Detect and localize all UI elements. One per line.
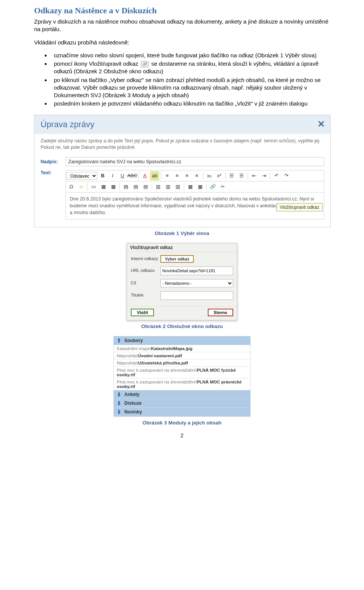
strike-icon[interactable]: ABC — [128, 171, 137, 180]
arrow-down-icon: ⬇ — [117, 400, 122, 406]
align-justify-icon[interactable]: ≡ — [192, 171, 201, 180]
link-icon[interactable]: 🔗 — [208, 182, 217, 191]
editor-toolbar-row2: Ω ☺ ▭ ▦ ▦ ▤ ▤ ▤ ▥ ▥ ▥ — [66, 181, 324, 192]
block-format-select[interactable]: Odstavec — [67, 172, 97, 180]
module-header-novinky[interactable]: ⬇ Novinky — [114, 408, 250, 416]
screenshot-link-dialog: Vložit/upravit odkaz Interní odkazy Vybe… — [127, 243, 237, 320]
row-after-icon[interactable]: ▤ — [131, 182, 140, 191]
figure-caption-2: Obrázek 2 Obslužné okno odkazu — [34, 323, 330, 329]
bullet-item: po kliknutí na tlačítko „Vyber odkaz" se… — [51, 76, 330, 99]
target-select[interactable]: - Nenastaveno - — [160, 279, 233, 287]
lead-paragraph: Vkládání odkazu probíhá následovně: — [34, 39, 330, 46]
emoji-icon[interactable]: ☺ — [77, 182, 86, 191]
label-target: Cíl — [131, 281, 160, 286]
align-right-icon[interactable]: ≡ — [182, 171, 191, 180]
bullet-item: označíme slovo nebo slovní spojení, kter… — [51, 52, 330, 59]
editor-toolbar: Odstavec B I U ABC A ab ≡ ≡ ≡ ≡ — [66, 170, 324, 181]
instruction-list: označíme slovo nebo slovní spojení, kter… — [34, 52, 330, 108]
file-row[interactable]: Plná moc k zastupování na shromáždění\PL… — [114, 379, 250, 390]
page-number: 2 — [34, 432, 330, 439]
bullet-item: posledním krokem je potvrzení vkládaného… — [51, 100, 330, 107]
bullet-item: pomocí ikony Vložit/upravit odkaz 🔗 se d… — [51, 60, 330, 76]
label-url: URL odkazu — [131, 268, 160, 273]
link-icon: 🔗 — [141, 61, 149, 68]
align-left-icon[interactable]: ≡ — [163, 171, 172, 180]
figure-caption-1: Obrázek 1 Výběr slova — [34, 230, 330, 236]
bold-icon[interactable]: B — [98, 171, 107, 180]
url-input[interactable] — [160, 267, 233, 275]
section-heading: Odkazy na Nástěnce a v Diskuzích — [34, 6, 330, 16]
label-text: Text: — [41, 170, 66, 175]
module-header-ankety[interactable]: ⬇ Ankety — [114, 390, 250, 399]
module-header-diskuze[interactable]: ⬇ Diskuze — [114, 399, 250, 408]
indent-icon[interactable]: ⇥ — [259, 171, 268, 180]
omega-icon[interactable]: Ω — [67, 182, 76, 191]
image-icon[interactable]: ▭ — [89, 182, 98, 191]
table-props-icon[interactable]: ▦ — [109, 182, 118, 191]
intro-paragraph: Zprávy v diskuzích a na nástěnce mohou o… — [34, 18, 330, 33]
dialog-description: Zadejte stručný název zprávy a do pole T… — [41, 138, 324, 151]
list-ul-icon[interactable]: ☰ — [227, 171, 236, 180]
module-header-soubory[interactable]: ⬆ Soubory — [114, 336, 250, 345]
titulek-input[interactable] — [160, 291, 233, 300]
subscript-icon[interactable]: x₂ — [205, 171, 214, 180]
underline-icon[interactable]: U — [118, 171, 127, 180]
undo-icon[interactable]: ↶ — [272, 171, 281, 180]
screenshot-edit-message: Úprava zprávy ✕ Zadejte stručný název zp… — [34, 115, 331, 227]
label-titulek: Titulek — [131, 293, 160, 298]
redo-icon[interactable]: ↷ — [282, 171, 291, 180]
dialog-title: Úprava zprávy — [41, 120, 94, 129]
arrow-down-icon: ⬇ — [117, 409, 122, 415]
file-row[interactable]: Nápověda\Úvodní nastavení.pdf — [114, 352, 250, 360]
col-delete-icon[interactable]: ▥ — [173, 182, 182, 191]
outdent-icon[interactable]: ⇤ — [249, 171, 259, 180]
label-internal-links: Interní odkazy — [131, 256, 160, 262]
list-ol-icon[interactable]: ☰ — [237, 171, 246, 180]
file-row[interactable]: Katastrální mapa\KatastralniMapa.jpg — [114, 345, 250, 352]
col-after-icon[interactable]: ▥ — [163, 182, 173, 191]
arrow-up-icon: ⬆ — [117, 338, 122, 344]
insert-button[interactable]: Vložit — [131, 309, 154, 316]
figure-caption-3: Obrázek 3 Moduly a jejich obsah — [34, 420, 330, 426]
split-cells-icon[interactable]: ▦ — [196, 182, 205, 191]
col-before-icon[interactable]: ▥ — [154, 182, 163, 191]
align-center-icon[interactable]: ≡ — [173, 171, 182, 180]
row-before-icon[interactable]: ▤ — [121, 182, 130, 191]
close-icon[interactable]: ✕ — [317, 119, 325, 129]
tooltip-link: Vložit/upravit odkaz — [276, 203, 323, 211]
nadpis-input[interactable] — [66, 157, 324, 166]
italic-icon[interactable]: I — [108, 171, 117, 180]
screenshot-module-list: ⬆ Soubory Katastrální mapa\KatastralniMa… — [113, 336, 251, 417]
file-row[interactable]: Nápověda\Uživatelská příručka.pdf — [114, 360, 250, 367]
dialog2-title: Vložit/upravit odkaz — [127, 243, 237, 252]
text-color-icon[interactable]: A — [140, 171, 149, 180]
bg-color-icon[interactable]: ab — [150, 171, 159, 180]
dialog-header: Úprava zprávy ✕ — [35, 115, 330, 134]
arrow-down-icon: ⬇ — [117, 391, 122, 398]
label-nadpis: Nadpis: — [41, 159, 66, 164]
superscript-icon[interactable]: x² — [215, 171, 224, 180]
select-link-button[interactable]: Vyber odkaz — [160, 255, 194, 263]
table-icon[interactable]: ▦ — [99, 182, 108, 191]
cancel-button[interactable]: Storno — [208, 309, 233, 316]
merge-cells-icon[interactable]: ▦ — [186, 182, 195, 191]
file-row[interactable]: Plná moc k zastupování na shromáždění\PL… — [114, 367, 250, 379]
unlink-icon[interactable]: ✂ — [218, 182, 227, 191]
row-delete-icon[interactable]: ▤ — [141, 182, 150, 191]
